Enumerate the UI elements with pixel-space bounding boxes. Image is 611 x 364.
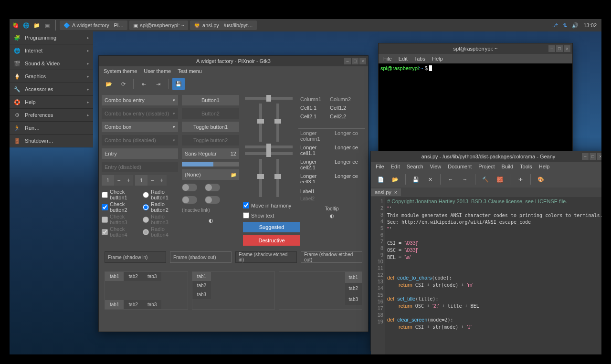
tab-tab1[interactable]: tab1	[192, 272, 211, 281]
forward-icon[interactable]: →	[459, 173, 471, 186]
menu-file[interactable]: File	[383, 56, 392, 62]
menu-item-run-[interactable]: 🏃Run…	[10, 122, 93, 135]
taskbar-task[interactable]: 🦁ansi.py - /usr/lib/pyt…	[190, 21, 257, 30]
menu-edit[interactable]: Edit	[391, 164, 400, 169]
menu-item-graphics[interactable]: 🍦Graphics▸	[10, 70, 93, 83]
tab-tab1[interactable]: tab1	[105, 300, 124, 309]
switch-2-off[interactable]	[205, 184, 220, 191]
color-icon[interactable]: 🎨	[535, 173, 547, 186]
raspberry-icon[interactable]: 🍓	[11, 21, 20, 30]
minimize-icon[interactable]: –	[548, 45, 555, 52]
scale-h1[interactable]	[245, 97, 293, 100]
minimize-icon[interactable]: –	[582, 153, 589, 160]
menu-document[interactable]: Document	[448, 164, 472, 169]
open-icon[interactable]: 📂	[103, 78, 115, 90]
terminal-icon[interactable]: ▣	[43, 21, 52, 30]
scale-v3[interactable]	[259, 159, 262, 197]
menu-search[interactable]: Search	[407, 164, 423, 169]
globe-icon[interactable]: 🌐	[22, 21, 31, 30]
menu-item-shutdown-[interactable]: 🚪Shutdown…	[10, 135, 93, 147]
maximize-icon[interactable]: □	[352, 58, 358, 64]
switch-1-off[interactable]	[182, 184, 197, 191]
tab-tab2[interactable]: tab2	[124, 272, 142, 281]
tab-tab1[interactable]: tab1	[105, 272, 124, 281]
menu-view[interactable]: View	[430, 164, 442, 169]
destructive-button[interactable]: Destructive	[243, 235, 300, 246]
menu-item-programming[interactable]: 🧩Programming▸	[10, 31, 93, 44]
combo-entry[interactable]: Combo box entry	[102, 95, 178, 105]
menu-system-theme[interactable]: System theme	[104, 68, 137, 74]
volume-icon[interactable]: 🔊	[572, 22, 579, 29]
close-icon[interactable]: ×	[564, 45, 570, 52]
menu-tools[interactable]: Tools	[520, 164, 532, 169]
titlebar[interactable]: A widget factory - PiXnoir - Gtk3 – □ ×	[99, 56, 368, 66]
menu-item-preferences[interactable]: ⚙Preferences▸	[10, 109, 93, 122]
close-file-icon[interactable]: ✕	[424, 173, 436, 186]
tab-tab3[interactable]: tab3	[143, 272, 161, 281]
tab-tab2[interactable]: tab2	[192, 281, 211, 290]
menu-edit[interactable]: Edit	[399, 56, 408, 62]
files-icon[interactable]: 📁	[32, 21, 41, 30]
table-row[interactable]: Longer cell2.1Longer ce	[298, 157, 365, 172]
jump-last-icon[interactable]: ⇥	[152, 78, 164, 90]
menu-help[interactable]: Help	[539, 164, 550, 169]
table-row[interactable]: Cell2.1Cell2.2	[298, 112, 365, 121]
check-1[interactable]: Check button1	[102, 188, 139, 201]
spin-button-2[interactable]: −+	[135, 175, 167, 186]
terminal-content[interactable]: spl@raspberrypi:~ $ _	[379, 63, 572, 157]
tree-view-1[interactable]: Column1Column2 Cell1.1Cell1.2Cell2.1Cell…	[298, 95, 365, 121]
check-2[interactable]: Check button2	[102, 201, 139, 213]
menu-project[interactable]: Project	[478, 164, 495, 169]
file-chooser[interactable]: (None)	[182, 169, 239, 180]
suggested-button[interactable]: Suggested	[243, 222, 300, 232]
taskbar-task[interactable]: ▣spl@raspberrypi: ~	[129, 21, 188, 30]
maximize-icon[interactable]: □	[590, 153, 596, 160]
menu-item-accessories[interactable]: 🔧Accessories▸	[10, 83, 93, 96]
switch-3-off[interactable]	[182, 196, 197, 204]
bluetooth-icon[interactable]: ⎇	[552, 22, 558, 29]
menu-item-internet[interactable]: 🌐Internet▸	[10, 44, 93, 57]
tab-tab3[interactable]: tab3	[192, 290, 211, 299]
tab-tab3[interactable]: tab3	[143, 300, 161, 309]
menu-tabs[interactable]: Tabs	[414, 56, 425, 62]
scale-v2[interactable]	[276, 104, 279, 142]
switch-4-off[interactable]	[205, 196, 220, 204]
radio-1[interactable]: Radio button1	[143, 188, 179, 201]
minimize-icon[interactable]: –	[344, 58, 351, 64]
titlebar[interactable]: spl@raspberrypi: ~ – □ ×	[379, 43, 572, 54]
menu-test-menu[interactable]: Test menu	[178, 68, 202, 74]
scale-h3[interactable]	[245, 152, 293, 155]
maximize-icon[interactable]: □	[556, 45, 563, 52]
taskbar-task[interactable]: 🔷A widget factory - Pi…	[60, 21, 127, 30]
combo-box[interactable]: Combo box	[102, 122, 178, 132]
save-icon[interactable]: 💾	[410, 173, 422, 186]
spin-minus-icon[interactable]: −	[114, 175, 124, 186]
menu-user-theme[interactable]: User theme	[144, 68, 171, 74]
table-row[interactable]: Longer cell3.1Longer ce	[298, 172, 365, 183]
show-text[interactable]: Show text	[243, 212, 295, 219]
table-row[interactable]: Cell1.1Cell1.2	[298, 104, 365, 112]
spin-plus-icon[interactable]: +	[124, 175, 133, 186]
table-row[interactable]: Longer cell1.1Longer ce	[298, 143, 365, 157]
refresh-icon[interactable]: ⟳	[117, 78, 129, 90]
close-icon[interactable]: ×	[597, 153, 601, 160]
spin-plus-icon[interactable]: +	[157, 175, 167, 186]
spin-button-1[interactable]: −+	[102, 175, 133, 186]
menu-file[interactable]: File	[376, 164, 384, 169]
close-icon[interactable]: ×	[359, 58, 366, 64]
scale-v1[interactable]	[259, 104, 262, 142]
tab-ansi[interactable]: ansi.py×	[371, 188, 401, 196]
scale-h2[interactable]	[245, 146, 293, 148]
save-icon[interactable]: 💾	[172, 78, 185, 90]
scale-v4[interactable]	[276, 159, 279, 197]
menu-item-help[interactable]: 🛟Help▸	[10, 96, 93, 109]
menu-item-sound-video[interactable]: 🎬Sound & Video▸	[10, 57, 93, 70]
back-icon[interactable]: ←	[444, 173, 457, 186]
build-icon[interactable]: 🧱	[494, 173, 506, 186]
tree-view-2[interactable]: Longer column1Longer co Longer cell1.1Lo…	[298, 128, 365, 183]
move-harmony[interactable]: Move in harmony	[243, 202, 295, 209]
compile-icon[interactable]: 🔨	[479, 173, 492, 186]
menu-help[interactable]: Help	[432, 56, 443, 62]
tab-tab2[interactable]: tab2	[124, 300, 142, 309]
text-entry[interactable]: Entry	[102, 148, 178, 159]
